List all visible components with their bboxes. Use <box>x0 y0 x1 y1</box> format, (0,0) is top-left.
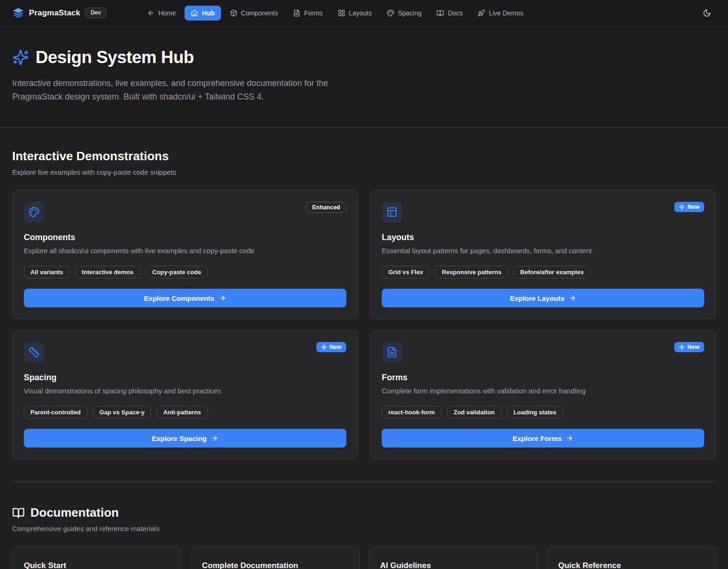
demo-card-components: Enhanced Components Explore all shadcn/u… <box>12 190 358 319</box>
doc-card-title: Quick Start <box>24 561 170 569</box>
tag-badge: Interactive demos <box>75 266 140 278</box>
tag-badge: Loading states <box>507 406 563 419</box>
book-open-icon <box>436 9 444 17</box>
sparkles-icon <box>679 204 685 210</box>
palette-icon <box>387 9 394 17</box>
sparkles-icon <box>321 344 327 350</box>
explore-forms-button[interactable]: Explore Forms <box>382 429 704 448</box>
demo-card-forms: New Forms Complete form implementations … <box>370 330 716 459</box>
sparkles-icon <box>12 49 29 66</box>
nav-label: Docs <box>448 9 463 17</box>
brand[interactable]: PragmaStack Dev <box>12 7 107 19</box>
arrow-right-icon <box>566 434 573 442</box>
card-description: Essential layout patterns for pages, das… <box>382 247 704 255</box>
section-divider <box>12 482 716 482</box>
doc-card-ai-guidelines[interactable]: AI Guidelines Rules for AI code generati… <box>369 547 538 569</box>
main-nav: Home Hub Components Forms Layouts <box>141 6 694 21</box>
nav-label: Hub <box>202 9 214 17</box>
doc-card-title: AI Guidelines <box>380 561 526 569</box>
arrow-right-icon <box>569 294 576 302</box>
button-label: Explore Layouts <box>510 294 564 302</box>
hero-section: Design System Hub Interactive demonstrat… <box>0 26 728 128</box>
new-badge: New <box>674 342 704 352</box>
explore-spacing-button[interactable]: Explore Spacing <box>24 429 346 448</box>
sparkles-icon <box>679 344 685 350</box>
card-title: Layouts <box>382 233 704 242</box>
doc-card-quick-reference[interactable]: Quick Reference Cheat sheet for lookups <box>547 547 716 569</box>
card-title: Forms <box>382 373 704 383</box>
nav-label: Forms <box>304 9 323 17</box>
card-description: Explore all shadcn/ui components with li… <box>24 247 346 255</box>
nav-label: Components <box>241 9 278 17</box>
demos-heading: Interactive Demonstrations <box>12 149 716 164</box>
nav-label: Home <box>158 9 176 17</box>
new-badge: New <box>674 202 704 212</box>
nav-item-home[interactable]: Home <box>141 6 182 21</box>
tag-badge: Zod validation <box>447 406 501 419</box>
nav-item-forms[interactable]: Forms <box>287 6 329 21</box>
documentation-section: Documentation Comprehensive guides and r… <box>12 505 716 569</box>
version-badge: Dev <box>85 7 107 19</box>
card-description: Complete form implementations with valid… <box>382 387 704 395</box>
enhanced-badge: Enhanced <box>306 202 346 213</box>
home-icon <box>191 9 198 17</box>
nav-label: Layouts <box>349 9 372 17</box>
file-text-icon <box>382 342 402 363</box>
button-label: Explore Components <box>144 294 214 302</box>
palette-icon <box>24 202 44 222</box>
brand-name: PragmaStack <box>29 8 80 18</box>
button-label: Explore Forms <box>513 434 562 442</box>
explore-components-button[interactable]: Explore Components <box>24 289 346 307</box>
button-label: Explore Spacing <box>152 434 207 442</box>
demo-card-grid: Enhanced Components Explore all shadcn/u… <box>12 190 716 459</box>
package-icon <box>230 9 237 17</box>
doc-card-title: Complete Documentation <box>202 561 348 569</box>
demo-card-layouts: New Layouts Essential layout patterns fo… <box>370 190 716 319</box>
file-text-icon <box>293 9 300 17</box>
tag-badge: Parent-controlled <box>24 406 87 419</box>
nav-item-docs[interactable]: Docs <box>430 6 469 21</box>
main-content: Interactive Demonstrations Explore live … <box>0 128 728 569</box>
docs-subheading: Comprehensive guides and reference mater… <box>12 525 716 533</box>
doc-card-title: Quick Reference <box>558 561 704 569</box>
new-badge: New <box>316 342 346 352</box>
book-open-icon <box>12 506 25 519</box>
theme-toggle-button[interactable] <box>698 4 716 22</box>
explore-layouts-button[interactable]: Explore Layouts <box>382 289 704 307</box>
card-description: Visual demonstrations of spacing philoso… <box>24 387 346 395</box>
tag-badge: Grid vs Flex <box>382 266 429 278</box>
nav-label: Spacing <box>398 9 422 17</box>
tag-badge: All variants <box>24 266 70 278</box>
arrow-left-icon <box>147 9 155 17</box>
doc-card-quick-start[interactable]: Quick Start 5-minute crash course <box>12 547 181 569</box>
tag-badge: Anti-patterns <box>157 406 207 419</box>
nav-item-live-demos[interactable]: Live Demos <box>471 6 529 21</box>
tag-badge: Copy-paste code <box>146 266 208 278</box>
tag-badge: Before/after examples <box>514 266 590 278</box>
card-title: Components <box>24 233 346 242</box>
arrow-right-icon <box>211 434 218 442</box>
demos-subheading: Explore live examples with copy-paste co… <box>12 168 716 176</box>
nav-item-components[interactable]: Components <box>224 6 284 21</box>
arrow-right-icon <box>219 294 226 302</box>
docs-heading: Documentation <box>30 505 119 520</box>
ruler-icon <box>24 342 44 363</box>
badge-label: New <box>687 204 699 210</box>
panel-top-icon <box>382 202 402 222</box>
nav-item-layouts[interactable]: Layouts <box>332 6 378 21</box>
doc-card-complete-documentation[interactable]: Complete Documentation Full design syste… <box>190 547 359 569</box>
nav-label: Live Demos <box>489 9 523 17</box>
rocket-icon <box>478 9 485 17</box>
badge-label: New <box>687 344 699 350</box>
tag-badge: Gap vs Space-y <box>93 406 151 419</box>
card-title: Spacing <box>24 373 346 383</box>
tag-badge: react-hook-form <box>382 406 442 419</box>
badge-label: New <box>329 344 342 350</box>
layers-icon <box>12 7 24 19</box>
nav-item-spacing[interactable]: Spacing <box>381 6 428 21</box>
page-subtitle: Interactive demonstrations, live example… <box>12 77 367 104</box>
doc-card-grid: Quick Start 5-minute crash course Comple… <box>12 547 716 569</box>
demo-card-spacing: New Spacing Visual demonstrations of spa… <box>12 330 358 459</box>
nav-item-hub[interactable]: Hub <box>185 6 221 21</box>
layout-grid-icon <box>338 9 345 17</box>
